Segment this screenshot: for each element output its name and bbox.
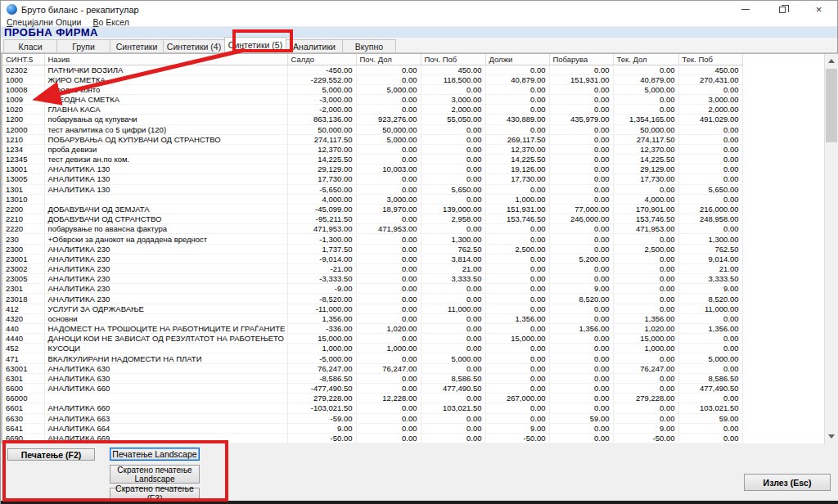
cell-value: 0.00 [356, 274, 421, 284]
cell-value: 450.00 [678, 65, 742, 74]
cell-code: 23018 [2, 294, 44, 304]
cell-value: 0.00 [549, 84, 613, 94]
cell-code: 1020 [2, 105, 44, 115]
table-row[interactable]: 2210ДОБАВУВАЧИ ОД СТРАНСТВО-95,211.500.0… [2, 214, 742, 224]
table-row[interactable]: 12000тест аналитика со 5 цифри (120)50,0… [2, 124, 742, 134]
column-header[interactable]: Побарува [549, 54, 613, 65]
column-header[interactable]: Тек. Поб [678, 54, 742, 65]
cell-value: 0.00 [485, 353, 549, 363]
column-header[interactable]: Поч. Дол [356, 54, 421, 65]
tab-1[interactable]: Класи [3, 39, 57, 52]
table-row[interactable]: 452КУСОЦИ1,000.001,000.000.000.000.001,0… [2, 344, 742, 353]
cell-name: тест аналитика со 5 цифри (120) [44, 124, 287, 134]
cell-value: 0.00 [549, 334, 613, 344]
print-landscape-button[interactable]: Печатење Landscape [110, 448, 200, 461]
table-row[interactable]: 02302ПАТНИЧКИ ВОЗИЛА-450.000.00450.000.0… [2, 65, 742, 74]
cell-value: 12,370.00 [287, 144, 356, 154]
print-f2-button[interactable]: Печатење (F2) [7, 448, 95, 461]
table-row[interactable]: 10008преодно конто5,000.005,000.000.000.… [2, 84, 742, 94]
tab-5[interactable]: Синтетики (5) [224, 37, 286, 52]
column-header[interactable]: Должи [485, 54, 549, 65]
cell-value: 17,730.00 [485, 174, 549, 184]
short-print-landscape-button[interactable]: Скратено печатење Landscape [110, 465, 200, 484]
cell-code: 1210 [2, 134, 44, 144]
table-row[interactable]: 63001АНАЛИТИКА 63076,247.0076,247.000.00… [2, 363, 742, 373]
cell-value: -95,211.50 [287, 214, 356, 224]
table-row[interactable]: 1200побарувања од купувачи863,136.00923,… [2, 115, 742, 124]
cell-value: 9.00 [613, 423, 678, 433]
table-row[interactable]: 6641АНАЛИТИКА 6649.000.000.009.000.009.0… [2, 423, 742, 433]
close-button[interactable]: × [800, 1, 837, 18]
table-row[interactable]: 130104,000.003,000.000.001,000.000.004,0… [2, 194, 742, 204]
table-row[interactable]: 6601АНАЛИТИКА 660-103,021.500.00103,021.… [2, 403, 742, 413]
tab-7[interactable]: Вкупно [342, 39, 396, 52]
tab-3[interactable]: Синтетики [110, 39, 164, 52]
tab-2[interactable]: Групи [56, 39, 110, 52]
scroll-down-button[interactable] [825, 430, 838, 443]
cell-code: 1234 [2, 144, 44, 154]
cell-value: 15,000.00 [613, 334, 678, 344]
restore-button[interactable] [764, 1, 800, 18]
table-row[interactable]: 440НАДОМЕСТ НА ТРОШОЦИТЕ НА РАБОТНИЦИТЕ … [2, 323, 742, 333]
column-header[interactable]: Назив [44, 54, 287, 65]
cell-code: 6630 [2, 413, 44, 423]
table-row[interactable]: 230+Обврски за данокот на додадена вредн… [2, 234, 742, 244]
cell-value: 0.00 [421, 294, 485, 304]
table-row[interactable]: 13001АНАЛИТИКА 13029,129.0010,003.000.00… [2, 164, 742, 174]
table-row[interactable]: 4320основни1,356.000.000.001,356.000.001… [2, 313, 742, 323]
table-row[interactable]: 2200ДОБАВУВАЧИ ОД ЗЕМЈАТА-45,099.0018,97… [2, 204, 742, 214]
cell-value: 0.00 [356, 174, 421, 184]
table-row[interactable]: 471ВКАЛКУЛИРАНИ НАДОМЕСТИ НА ПЛАТИ-5,000… [2, 353, 742, 363]
exit-button[interactable]: Излез (Esc) [744, 474, 831, 491]
cell-value: -11,000.00 [287, 304, 356, 313]
cell-name: АНАЛИТИКА 664 [44, 423, 287, 433]
cell-value: 0.00 [421, 224, 485, 234]
table-row[interactable]: 12345тест девизи ан.по ком.14,225.500.00… [2, 155, 742, 164]
table-row[interactable]: 412УСЛУГИ ЗА ОДРЖАВАЊЕ-11,000.000.0011,0… [2, 304, 742, 313]
table-row[interactable]: 66000279,228.0012,228.000.00267,000.000.… [2, 394, 742, 403]
tab-6[interactable]: Аналитики [286, 39, 343, 52]
table-row[interactable]: 6301АНАЛИТИКА 630-8,586.500.008,586.500.… [2, 373, 742, 383]
table-row[interactable]: 6690АНАЛИТИКА 669-50.000.000.00-50.000.0… [2, 433, 742, 443]
table-row[interactable]: 6600АНАЛИТИКА 660-477,490.500.00477,490.… [2, 384, 742, 394]
table-row[interactable]: 6630АНАЛИТИКА 663-59.000.000.000.0059.00… [2, 413, 742, 423]
scroll-up-button[interactable] [825, 54, 838, 68]
table-row[interactable]: 23018АНАЛИТИКА 230-8,520.000.000.000.008… [2, 294, 742, 304]
scrollbar-thumb[interactable] [826, 69, 837, 142]
cell-value: 450.00 [421, 65, 485, 74]
table-row[interactable]: 1000ЖИРО СМЕТКА-229,552.000.00118,500.00… [2, 74, 742, 84]
cell-value: 10,003.00 [356, 164, 421, 174]
cell-value: 0.00 [613, 184, 678, 194]
column-header[interactable]: Тек. Дол [613, 54, 678, 65]
short-print-f3-button[interactable]: Скратено печатење (F3) [110, 488, 200, 499]
cell-value: 0.00 [678, 174, 742, 184]
table-row[interactable]: 23002АНАЛИТИКА 230-21.000.0021.000.000.0… [2, 263, 742, 273]
table-row[interactable]: 2300АНАЛИТИКА 2301,737.500.00762.502,500… [2, 244, 742, 254]
cell-value: 0.00 [356, 403, 421, 413]
tab-4[interactable]: Синтетики (4) [163, 39, 225, 52]
cell-value: 863,136.00 [287, 115, 356, 124]
table-row[interactable]: 1020ГЛАВНА КАСА-2,000.000.002,000.000.00… [2, 105, 742, 115]
table-row[interactable]: 1301АНАЛИТИКА 130-5,650.000.005,650.000.… [2, 184, 742, 194]
cell-name: АНАЛИТИКА 230 [44, 274, 287, 284]
table-row[interactable]: 23001АНАЛИТИКА 230-9,014.000.003,814.000… [2, 254, 742, 263]
cell-value: 0.00 [549, 423, 613, 433]
cell-value: 29,129.00 [613, 164, 678, 174]
table-row[interactable]: 2220побарување по авансна фактура471,953… [2, 224, 742, 234]
column-header[interactable]: Поч. Поб [421, 54, 485, 65]
table-row[interactable]: 2301АНАЛИТИКА 230-9.000.000.000.009.000.… [2, 284, 742, 294]
cell-value: 0.00 [549, 344, 613, 353]
table-row[interactable]: 13005АНАЛИТИКА 13017,730.000.000.0017,73… [2, 174, 742, 184]
table-row[interactable]: 1234проба девизи12,370.000.000.0012,370.… [2, 144, 742, 154]
column-header[interactable]: Салдо [287, 54, 356, 65]
table-row[interactable]: 1009ПРЕОДНА СМЕТКА-3,000.000.003,000.000… [2, 95, 742, 105]
column-header[interactable]: СИНТ.5 [2, 54, 44, 65]
cell-value: 0.00 [549, 144, 613, 154]
table-row[interactable]: 1210ПОБАРУВАЊА ОД КУПУВАЧИ ОД СТРАНСТВО2… [2, 134, 742, 144]
table-row[interactable]: 23005АНАЛИТИКА 230-3,333.500.003,333.500… [2, 274, 742, 284]
cell-code: 66000 [2, 394, 44, 403]
cell-value: 76,247.00 [356, 363, 421, 373]
table-row[interactable]: 4440ДАНОЦИ КОИ НЕ ЗАВИСАТ ОД РЕЗУЛТАТОТ … [2, 334, 742, 344]
minimize-button[interactable] [727, 1, 764, 18]
vertical-scrollbar[interactable] [824, 54, 838, 443]
